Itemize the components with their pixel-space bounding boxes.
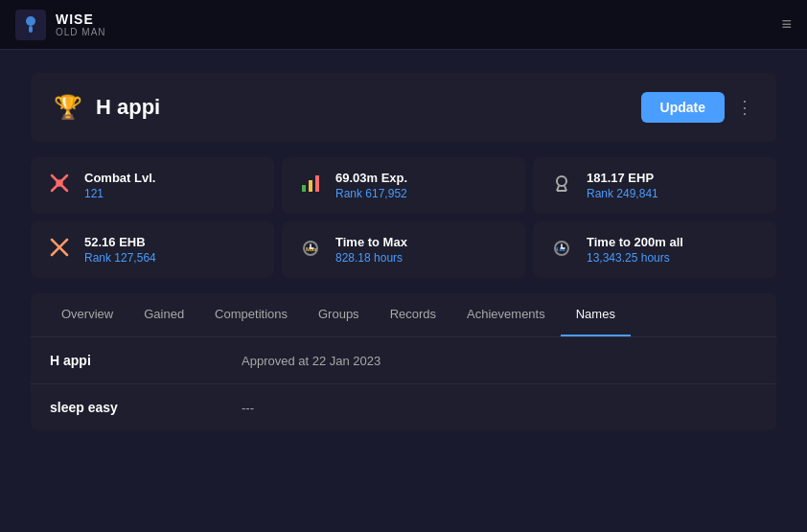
stat-ehp: 181.17 EHP Rank 249,841 [533,157,776,214]
svg-rect-1 [29,26,33,33]
exp-icon [297,172,324,199]
tt200m-icon: 4.6b [548,236,575,264]
stat-tt200m-info: Time to 200m all 13,343.25 hours [587,235,683,265]
combat-icon [46,172,73,199]
names-row-1: H appi Approved at 22 Jan 2023 [31,337,776,384]
status-2: --- [242,401,254,415]
logo-group: WISE OLD MAN [15,10,106,40]
app-title: WISE [56,12,106,27]
stat-ehp-label: 181.17 EHP [587,171,658,185]
stat-ttmax: Max Time to Max 828.18 hours [282,221,525,278]
trophy-icon: 🏆 [54,94,82,121]
stats-grid: Combat Lvl. 121 69.03m Exp. Rank 617,952 [31,157,776,278]
svg-point-8 [557,176,566,186]
profile-actions: Update ⋮ [641,92,753,123]
profile-name: H appi [96,95,160,120]
tab-names[interactable]: Names [561,293,631,336]
tab-groups[interactable]: Groups [303,293,375,336]
app-subtitle: OLD MAN [56,27,106,37]
logo-icon [15,10,46,40]
stat-ehb-label: 52.16 EHB [84,235,156,249]
ttmax-icon: Max [297,236,324,264]
stat-ehp-value: Rank 249,841 [587,187,658,200]
more-options-icon[interactable]: ⋮ [736,97,753,118]
stat-ehb-info: 52.16 EHB Rank 127,564 [84,235,156,265]
stat-exp-info: 69.03m Exp. Rank 617,952 [335,171,407,200]
tab-overview[interactable]: Overview [46,293,128,336]
stat-exp-value: Rank 617,952 [335,187,407,200]
stat-tt200m: 4.6b Time to 200m all 13,343.25 hours [533,221,776,278]
svg-text:4.6b: 4.6b [556,246,565,252]
stat-ehb-value: Rank 127,564 [84,251,156,265]
tab-achievements[interactable]: Achievements [451,293,561,336]
tabs-container: Overview Gained Competitions Groups Reco… [31,293,776,337]
stat-tt200m-value: 13,343.25 hours [587,251,683,265]
ehp-icon [548,172,575,199]
svg-text:Max: Max [306,246,317,252]
stat-ehb: 52.16 EHB Rank 127,564 [31,221,274,278]
profile-card: 🏆 H appi Update ⋮ [31,73,776,142]
profile-left: 🏆 H appi [54,94,160,121]
tab-records[interactable]: Records [375,293,451,336]
svg-point-0 [26,16,35,26]
menu-icon[interactable]: ≡ [781,14,792,35]
topnav: WISE OLD MAN ≡ [0,0,807,50]
names-table: H appi Approved at 22 Jan 2023 sleep eas… [31,337,776,430]
stat-tt200m-label: Time to 200m all [587,235,683,249]
stat-combat-value: 121 [84,187,155,200]
logo-text: WISE OLD MAN [56,12,106,37]
status-1: Approved at 22 Jan 2023 [242,354,380,368]
main-content: 🏆 H appi Update ⋮ Combat Lvl. 121 [0,50,807,453]
update-button[interactable]: Update [641,92,725,123]
stat-ehp-info: 181.17 EHP Rank 249,841 [587,171,658,200]
name-2: sleep easy [50,400,242,415]
names-row-2: sleep easy --- [31,384,776,430]
stat-ttmax-value: 828.18 hours [335,251,407,265]
svg-rect-6 [309,180,312,192]
stat-combat-info: Combat Lvl. 121 [84,171,155,200]
tab-gained[interactable]: Gained [128,293,199,336]
stat-ttmax-label: Time to Max [335,235,407,249]
stat-combat-label: Combat Lvl. [84,171,155,185]
name-1: H appi [50,353,242,368]
svg-rect-5 [302,185,306,192]
stat-exp: 69.03m Exp. Rank 617,952 [282,157,525,214]
svg-rect-7 [315,175,319,192]
tab-competitions[interactable]: Competitions [199,293,303,336]
stat-exp-label: 69.03m Exp. [335,171,407,185]
stat-ttmax-info: Time to Max 828.18 hours [335,235,407,265]
stat-combat: Combat Lvl. 121 [31,157,274,214]
ehb-icon [46,236,73,264]
